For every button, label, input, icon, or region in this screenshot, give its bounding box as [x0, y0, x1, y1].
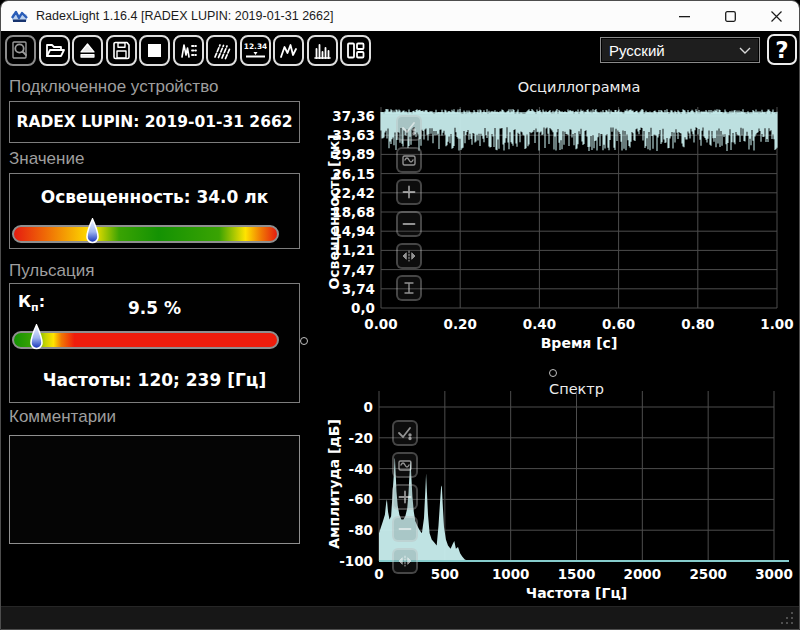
chart-tool-select-icon[interactable] [396, 115, 422, 141]
chart-tool-select-icon[interactable] [392, 420, 418, 446]
svg-text:3,74: 3,74 [342, 281, 375, 297]
spectrum-chart[interactable]: Спектр0-20-40-60-80-10005001000150020002… [311, 351, 800, 609]
language-value: Русский [609, 42, 665, 59]
svg-text:-100: -100 [339, 553, 373, 569]
illuminance-marker-icon [86, 218, 99, 246]
chart-tool-pan-wave-icon[interactable] [392, 452, 418, 478]
help-button[interactable]: ? [767, 34, 797, 65]
chart-tool-zoom-out-icon[interactable] [396, 211, 422, 237]
panel-splitter-handle[interactable] [300, 337, 308, 345]
app-window: RadexLight 1.16.4 [RADEX LUPIN: 2019-01-… [0, 0, 800, 630]
svg-text:1.00: 1.00 [760, 316, 793, 332]
toolbar-spectrum-button[interactable] [307, 35, 338, 66]
maximize-button[interactable] [707, 1, 753, 31]
svg-text:3000: 3000 [755, 566, 793, 582]
svg-text:-60: -60 [349, 491, 373, 507]
svg-text:500: 500 [431, 566, 459, 582]
app-icon [11, 8, 28, 25]
toolbar-oscillogram-button[interactable] [273, 35, 304, 66]
svg-text:0.20: 0.20 [444, 316, 477, 332]
pulsation-section-label: Пульсация [9, 261, 95, 281]
svg-text:37,36: 37,36 [332, 108, 375, 124]
illuminance-scale-bar [12, 225, 279, 243]
toolbar-open-folder-button[interactable] [39, 35, 70, 66]
chart-tool-measure-vertical-icon[interactable] [396, 275, 422, 301]
oscillogram-chart[interactable]: Осциллограмма37,3633,6329,8926,1522,4218… [311, 71, 800, 351]
svg-text:0.60: 0.60 [602, 316, 635, 332]
svg-text:1000: 1000 [492, 566, 530, 582]
device-value: RADEX LUPIN: 2019-01-31 2662 [16, 113, 292, 131]
comments-input[interactable] [9, 435, 300, 544]
resize-grip-icon[interactable] [779, 610, 795, 626]
svg-text:1500: 1500 [558, 566, 596, 582]
chart-tool-fit-width-icon[interactable] [396, 243, 422, 269]
close-button[interactable] [753, 1, 799, 31]
toolbar-save-button[interactable] [106, 35, 137, 66]
kp-value: 9.5 % [10, 298, 299, 318]
device-section-label: Подключенное устройство [9, 77, 218, 97]
frequencies-value: Частоты: 120; 239 [Гц] [10, 370, 299, 390]
svg-text:Амплитуда [дБ]: Амплитуда [дБ] [326, 419, 342, 549]
chart-tool-zoom-in-icon[interactable] [392, 484, 418, 510]
toolbar-eject-device-button[interactable] [72, 35, 103, 66]
pulsation-marker-icon [30, 324, 43, 352]
chart-tool-pan-wave-icon[interactable] [396, 147, 422, 173]
svg-text:-20: -20 [349, 430, 373, 446]
svg-text:Осциллограмма: Осциллограмма [518, 79, 641, 95]
chart-tool-zoom-in-icon[interactable] [396, 179, 422, 205]
svg-text:0.80: 0.80 [681, 316, 714, 332]
svg-text:-40: -40 [349, 461, 373, 477]
chevron-down-icon [739, 47, 751, 54]
value-section-label: Значение [9, 149, 84, 169]
svg-text:0,0: 0,0 [351, 300, 375, 316]
svg-text:Освещенность [лк]: Освещенность [лк] [326, 134, 342, 289]
svg-text:0.40: 0.40 [523, 316, 556, 332]
svg-text:Время [с]: Время [с] [541, 335, 618, 351]
window-title: RadexLight 1.16.4 [RADEX LUPIN: 2019-01-… [36, 9, 333, 23]
toolbar-stop-button[interactable] [139, 35, 170, 66]
svg-text:12.34: 12.34 [244, 42, 267, 51]
titlebar: RadexLight 1.16.4 [RADEX LUPIN: 2019-01-… [1, 1, 799, 31]
statusbar [1, 606, 799, 629]
svg-text:2000: 2000 [624, 566, 662, 582]
chart-tool-zoom-out-icon[interactable] [392, 516, 418, 542]
device-box: RADEX LUPIN: 2019-01-31 2662 [9, 101, 300, 143]
illuminance-reading: Освещенность: 34.0 лк [10, 187, 299, 207]
chart-tool-fit-width-icon[interactable] [392, 548, 418, 574]
minimize-button[interactable] [661, 1, 707, 31]
comments-section-label: Комментарии [9, 407, 116, 427]
toolbar-preview-button[interactable] [5, 35, 36, 66]
svg-text:Частота [Гц]: Частота [Гц] [526, 585, 627, 601]
svg-text:-80: -80 [349, 522, 373, 538]
toolbar-sweep-button[interactable] [206, 35, 237, 66]
svg-text:2500: 2500 [689, 566, 727, 582]
svg-text:7,47: 7,47 [342, 262, 375, 278]
toolbar-record-waveform-button[interactable] [173, 35, 204, 66]
svg-text:0: 0 [364, 399, 373, 415]
language-select[interactable]: Русский [600, 37, 760, 63]
toolbar-measure-button[interactable]: 12.34 [240, 35, 271, 66]
toolbar-layout-button[interactable] [340, 35, 371, 66]
toolbar: 12.34 Русский ? [1, 31, 799, 69]
pulsation-scale-bar [12, 331, 279, 349]
svg-text:0: 0 [374, 566, 383, 582]
svg-text:0.00: 0.00 [364, 316, 397, 332]
